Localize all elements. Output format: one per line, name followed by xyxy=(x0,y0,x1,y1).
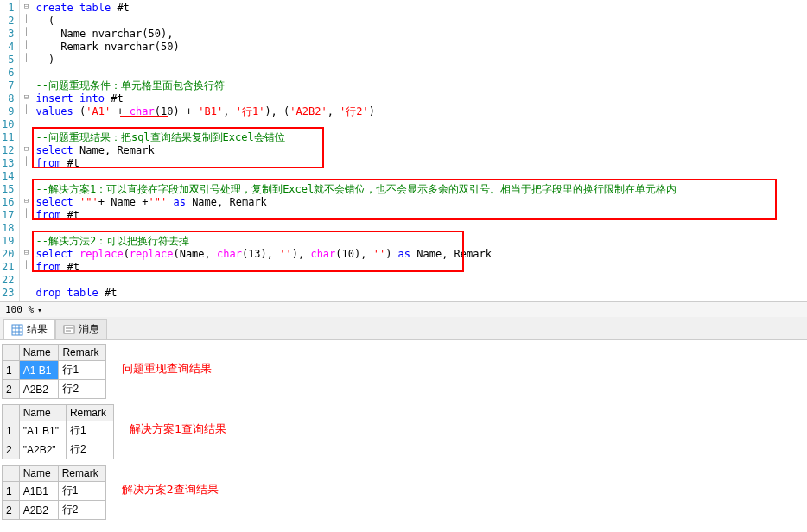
results-tabs: 结果 消息 xyxy=(0,317,807,340)
svg-rect-5 xyxy=(64,326,74,333)
fold-minus-icon[interactable]: ⊟ xyxy=(20,0,32,13)
annotation-underline xyxy=(120,116,168,117)
result-grid-2[interactable]: NameRemark 1"A1 B1"行1 2"A2B2"行2 xyxy=(2,404,114,459)
zoom-value: 100 % xyxy=(5,304,34,315)
code-area[interactable]: create table #t ( Name nvarchar(50), Rem… xyxy=(32,0,807,301)
result-label-1: 问题重现查询结果 xyxy=(122,344,212,377)
zoom-bar: 100 % ▾ xyxy=(0,301,807,317)
result-grid-3[interactable]: NameRemark 1A1B1行1 2A2B2行2 xyxy=(2,465,106,520)
results-pane: NameRemark 1A1 B1行1 2A2B2行2 问题重现查询结果 Nam… xyxy=(0,340,807,527)
svg-rect-0 xyxy=(12,325,22,335)
tab-messages[interactable]: 消息 xyxy=(55,319,107,339)
result-label-2: 解决方案1查询结果 xyxy=(130,404,226,437)
fold-minus-icon[interactable]: ⊟ xyxy=(20,194,32,207)
zoom-dropdown-icon[interactable]: ▾ xyxy=(37,306,41,314)
code-editor[interactable]: 1234567891011121314151617181920212223 ⊟│… xyxy=(0,0,807,301)
fold-minus-icon[interactable]: ⊟ xyxy=(20,91,32,104)
message-icon xyxy=(63,324,75,336)
tab-results-label: 结果 xyxy=(27,322,48,337)
tab-results[interactable]: 结果 xyxy=(3,319,55,339)
grid-icon xyxy=(11,324,23,336)
result-label-3: 解决方案2查询结果 xyxy=(122,465,219,497)
fold-minus-icon[interactable]: ⊟ xyxy=(20,142,32,155)
tab-messages-label: 消息 xyxy=(79,322,99,337)
line-gutter: 1234567891011121314151617181920212223 xyxy=(0,0,20,301)
selected-cell: A1 B1 xyxy=(19,361,59,380)
fold-column: ⊟││││⊟│⊟│⊟│⊟│ xyxy=(20,0,32,301)
fold-minus-icon[interactable]: ⊟ xyxy=(20,246,32,259)
result-grid-1[interactable]: NameRemark 1A1 B1行1 2A2B2行2 xyxy=(2,344,106,399)
